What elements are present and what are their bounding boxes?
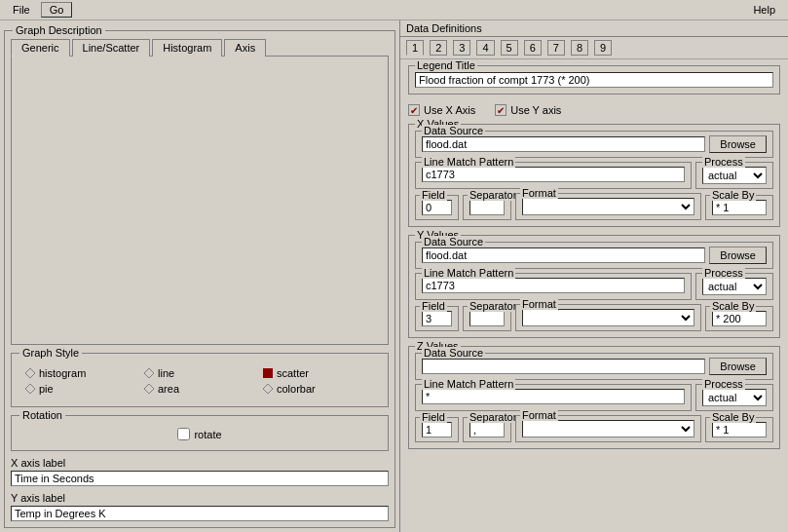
- rotate-checkbox-label[interactable]: rotate: [177, 428, 221, 440]
- svg-marker-1: [144, 368, 154, 378]
- area-label: area: [158, 383, 179, 395]
- tab-histogram[interactable]: Histogram: [152, 39, 222, 57]
- tab-num-4[interactable]: 4: [476, 40, 494, 56]
- z-datasource-group: Data Source Browse: [415, 353, 773, 380]
- z-browse-button[interactable]: Browse: [709, 358, 767, 375]
- y-match-input[interactable]: [422, 278, 685, 293]
- y-process-label: Process: [702, 267, 745, 279]
- radio-line[interactable]: line: [144, 367, 255, 379]
- z-scaleby-group: Scale By: [705, 417, 773, 442]
- y-browse-button[interactable]: Browse: [709, 247, 767, 264]
- z-datasource-input[interactable]: [422, 359, 705, 374]
- x-sep-input[interactable]: [469, 200, 505, 215]
- radio-grid: histogram line scatter pie: [18, 361, 382, 400]
- tab-num-3[interactable]: 3: [453, 40, 470, 56]
- y-match-process-row: Line Match Pattern Process actual min ma…: [415, 273, 773, 300]
- use-x-axis-label: Use X Axis: [424, 104, 475, 116]
- z-format-select[interactable]: [522, 420, 694, 437]
- z-match-label: Line Match Pattern: [422, 378, 515, 390]
- radio-histogram[interactable]: histogram: [25, 367, 136, 379]
- x-match-input[interactable]: [422, 167, 685, 182]
- use-y-axis-check[interactable]: ✔ Use Y axis: [495, 104, 561, 116]
- colorbar-label: colorbar: [277, 383, 316, 395]
- y-match-group: Line Match Pattern: [415, 273, 692, 300]
- y-field-label: Field: [420, 300, 447, 312]
- y-axis-checkbox-icon: ✔: [495, 104, 507, 116]
- x-field-group: Field: [415, 195, 459, 220]
- pie-label: pie: [39, 383, 54, 395]
- radio-scatter[interactable]: scatter: [263, 367, 374, 379]
- x-sep-group: Separator: [463, 195, 511, 220]
- radio-area[interactable]: area: [144, 383, 255, 395]
- x-format-select[interactable]: [522, 198, 694, 215]
- diamond-icon: [25, 384, 35, 394]
- rotate-label: rotate: [194, 429, 221, 440]
- go-menu[interactable]: Go: [41, 2, 73, 18]
- tabs: Generic Line/Scatter Histogram Axis: [11, 39, 389, 57]
- z-sep-input[interactable]: [469, 422, 505, 437]
- z-process-select[interactable]: actual min max avg: [702, 389, 767, 406]
- x-sep-label: Separator: [468, 189, 518, 201]
- y-axis-input[interactable]: [11, 506, 389, 521]
- z-sep-label: Separator: [468, 411, 518, 423]
- tab-numbers: 1 2 3 4 5 6 7 8 9: [400, 37, 788, 59]
- help-menu[interactable]: Help: [744, 2, 784, 18]
- z-scaleby-label: Scale By: [710, 411, 756, 423]
- x-process-group: Process actual min max avg: [695, 162, 773, 189]
- x-datasource-input[interactable]: [422, 136, 705, 152]
- z-ds-row: Browse: [422, 358, 767, 375]
- y-scaleby-group: Scale By: [705, 306, 773, 331]
- x-axis-label-text: X axis label: [11, 457, 389, 469]
- y-field-input[interactable]: [422, 311, 452, 326]
- z-scaleby-input[interactable]: [712, 422, 767, 437]
- rotate-checkbox[interactable]: [177, 428, 190, 440]
- z-field-input[interactable]: [422, 422, 452, 437]
- tab-content: [11, 56, 389, 345]
- x-format-group: Format: [515, 193, 701, 220]
- y-datasource-input[interactable]: [422, 247, 705, 263]
- graph-style-group: Graph Style histogram line scatter: [11, 353, 389, 407]
- y-axis-label-text: Y axis label: [11, 492, 389, 504]
- tab-num-9[interactable]: 9: [594, 40, 612, 56]
- tab-num-1[interactable]: 1: [406, 40, 424, 56]
- file-menu[interactable]: File: [4, 2, 39, 18]
- tab-num-5[interactable]: 5: [501, 40, 518, 56]
- x-field-input[interactable]: [422, 200, 452, 215]
- y-sep-input[interactable]: [469, 311, 505, 326]
- legend-title-input[interactable]: [415, 72, 773, 88]
- rotation-label: Rotation: [19, 409, 65, 421]
- y-process-select[interactable]: actual min max avg: [702, 278, 767, 295]
- tab-generic[interactable]: Generic: [11, 39, 70, 57]
- menu-left: File Go: [4, 2, 72, 18]
- z-format-label: Format: [520, 409, 558, 421]
- radio-pie[interactable]: pie: [25, 383, 136, 395]
- tab-axis[interactable]: Axis: [224, 39, 266, 57]
- y-ds-row: Browse: [422, 247, 767, 264]
- tab-linescatter[interactable]: Line/Scatter: [72, 39, 151, 57]
- x-scaleby-input[interactable]: [712, 200, 767, 215]
- y-scaleby-input[interactable]: [712, 311, 767, 326]
- svg-marker-2: [25, 384, 35, 394]
- z-match-input[interactable]: [422, 389, 685, 404]
- tab-num-6[interactable]: 6: [524, 40, 542, 56]
- right-panel: Data Definitions 1 2 3 4 5 6 7 8 9 Legen…: [399, 20, 788, 532]
- z-process-group: Process actual min max avg: [695, 384, 773, 411]
- z-values-section: Z Values Data Source Browse Line Match P…: [408, 346, 780, 449]
- y-format-select[interactable]: [522, 309, 694, 326]
- x-axis-input[interactable]: [11, 471, 389, 486]
- diamond-icon: [144, 384, 154, 394]
- y-sep-label: Separator: [468, 300, 518, 312]
- use-x-axis-check[interactable]: ✔ Use X Axis: [408, 104, 475, 116]
- tab-num-8[interactable]: 8: [571, 40, 588, 56]
- tab-num-7[interactable]: 7: [547, 40, 565, 56]
- x-process-select[interactable]: actual min max avg: [702, 167, 767, 184]
- y-match-label: Line Match Pattern: [422, 267, 515, 279]
- scatter-icon: [263, 368, 273, 378]
- graph-description-group: Graph Description Generic Line/Scatter H…: [4, 30, 395, 528]
- tab-num-2[interactable]: 2: [430, 40, 447, 56]
- rotation-group: Rotation rotate: [11, 415, 389, 451]
- x-browse-button[interactable]: Browse: [709, 135, 767, 153]
- radio-colorbar[interactable]: colorbar: [263, 383, 374, 395]
- diamond-icon: [144, 368, 154, 378]
- x-ds-row: Browse: [422, 135, 767, 153]
